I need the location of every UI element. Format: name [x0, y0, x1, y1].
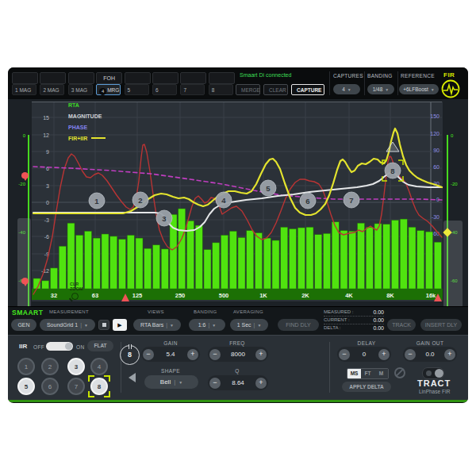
preset-name-box-2[interactable] — [40, 72, 66, 84]
capture-button[interactable]: CAPTURE — [291, 84, 324, 95]
left-slider-pin-lower[interactable] — [21, 278, 29, 286]
q-plus-button[interactable]: + — [255, 378, 267, 389]
unit-ms-button[interactable]: MS — [347, 369, 361, 378]
gain-out-plus-button[interactable]: + — [444, 349, 455, 360]
divider: | — [174, 378, 175, 386]
tab-5[interactable]: 5 — [125, 84, 149, 95]
tab-7[interactable]: 7 — [180, 84, 205, 95]
freq-plus-button[interactable]: + — [255, 349, 267, 360]
reference-dropdown[interactable]: +6LFBoost▼ — [399, 84, 439, 94]
clear-zoom-control[interactable]: CLR ZOOM — [70, 282, 83, 300]
merge-button[interactable]: MERGE — [236, 84, 260, 95]
banding-dropdown[interactable]: 1/48▼ — [367, 84, 394, 94]
clear-button[interactable]: CLEAR — [263, 84, 288, 95]
preset-name-box-4[interactable]: FOH — [96, 72, 122, 84]
freq-axis-label: 8K — [386, 292, 394, 299]
band-handle-7[interactable]: 7 — [344, 192, 359, 208]
delay-minus-button[interactable]: − — [339, 349, 350, 360]
band-button-1[interactable]: 1 — [17, 358, 35, 375]
freq-axis-label: 250 — [175, 292, 186, 299]
freq-minus-button[interactable]: − — [209, 349, 221, 360]
views-dropdown[interactable]: RTA Bars|▼ — [133, 319, 181, 331]
rta-bar — [349, 231, 356, 289]
band-handle-4[interactable]: 4 — [216, 192, 232, 208]
tab-4-mrg[interactable]: 4MRG — [96, 84, 121, 95]
gain-minus-button[interactable]: − — [143, 349, 154, 360]
gain-value: 5.4 — [154, 351, 187, 358]
tab-1-mag[interactable]: 1 MAG — [12, 84, 36, 95]
current-label: CURRENT : — [324, 317, 350, 323]
find-delay-button[interactable]: FIND DLY — [278, 319, 319, 331]
band-button-4[interactable]: 4 — [90, 358, 108, 375]
tract-toggle[interactable] — [422, 367, 444, 379]
flat-button[interactable]: FLAT — [87, 340, 113, 351]
delay-stepper[interactable]: −0+ — [337, 347, 391, 362]
tab-3-mag[interactable]: 3 MAG — [68, 84, 93, 95]
gen-button[interactable]: GEN — [11, 319, 36, 331]
band-button-2[interactable]: 2 — [41, 358, 59, 375]
db-axis-label: -3 — [44, 217, 49, 223]
rta-bar — [110, 236, 117, 289]
smaart-status: Smaart Di connected — [240, 72, 291, 78]
stop-button[interactable] — [98, 320, 109, 330]
play-button[interactable]: ▶ — [113, 319, 127, 331]
tab-2-mag[interactable]: 2 MAG — [40, 84, 64, 95]
preset-name-box-6[interactable] — [152, 72, 178, 84]
tab-6[interactable]: 6 — [152, 84, 177, 95]
band-button-3[interactable]: 3 — [67, 358, 85, 375]
q-stepper[interactable]: −8.64+ — [208, 375, 268, 390]
db-axis-label: -12 — [41, 268, 49, 274]
delay-plus-button[interactable]: + — [378, 349, 390, 360]
gain-out-stepper[interactable]: −0.0+ — [403, 347, 457, 362]
preset-name-box-3[interactable] — [68, 72, 94, 84]
band-button-6[interactable]: 6 — [41, 378, 59, 395]
band-button-5[interactable]: 5 — [17, 378, 35, 395]
preset-name-box-5[interactable] — [125, 72, 151, 84]
phase-axis-label: 120 — [430, 131, 440, 136]
rta-bar — [392, 221, 399, 289]
views-value: RTA Bars — [140, 322, 163, 328]
gain-stepper[interactable]: −5.4+ — [141, 347, 200, 362]
q-minus-button[interactable]: − — [209, 378, 221, 389]
averaging-label: AVERAGING — [233, 309, 263, 314]
gen-label: GEN — [17, 322, 29, 328]
null-icon[interactable] — [394, 367, 405, 378]
captures-dropdown[interactable]: 4▼ — [333, 84, 360, 94]
smaart-brand: SMAART — [12, 309, 43, 317]
gain-out-minus-button[interactable]: − — [405, 349, 416, 360]
rta-bar — [85, 231, 92, 289]
unit-ft-button[interactable]: FT — [361, 369, 374, 378]
rta-bar — [93, 238, 100, 289]
insert-delay-button[interactable]: INSERT DLY — [420, 319, 462, 331]
rta-bar — [161, 249, 168, 289]
band-handle-3[interactable]: 3 — [156, 210, 172, 226]
unit-m-button[interactable]: M — [374, 369, 388, 378]
band-button-7[interactable]: 7 — [67, 378, 85, 395]
band-handle-2[interactable]: 2 — [132, 192, 148, 208]
q-value: 8.64 — [221, 379, 255, 386]
speaker-icon[interactable] — [129, 373, 136, 382]
averaging-dropdown[interactable]: 1 Sec|▼ — [230, 319, 268, 331]
preset-name-box-8[interactable] — [209, 72, 235, 84]
preset-name-box-1[interactable] — [12, 72, 38, 84]
band-handle-5[interactable]: 5 — [260, 180, 276, 196]
track-button[interactable]: TRACK — [387, 319, 416, 331]
preset-name-box-7[interactable] — [180, 72, 206, 84]
divider — [329, 342, 330, 393]
left-slider-pin-upper[interactable] — [21, 172, 29, 181]
band-enable-button[interactable]: 8 — [120, 345, 140, 365]
shape-dropdown[interactable]: Bell|▼ — [144, 375, 198, 389]
band-handle-1[interactable]: 1 — [89, 193, 105, 209]
freq-stepper[interactable]: −8000+ — [208, 347, 268, 362]
tab-8[interactable]: 8 — [209, 84, 233, 95]
band-handle-6[interactable]: 6 — [300, 193, 316, 209]
right-gain-gutter: 0-20-40-60-80 — [443, 99, 468, 306]
gain-plus-button[interactable]: + — [187, 349, 198, 360]
banding-dropdown-bottom[interactable]: 1:6|▼ — [189, 319, 225, 331]
banding-value: 1/48 — [373, 86, 383, 92]
rta-bar — [409, 227, 416, 289]
legend-fir-iir: FIR+IIR — [68, 136, 106, 141]
apply-delta-button[interactable]: APPLY DELTA — [342, 382, 391, 392]
measurement-source-dropdown[interactable]: SoundGrid 1|▼ — [40, 319, 95, 331]
iir-on-off-toggle[interactable] — [46, 342, 73, 351]
